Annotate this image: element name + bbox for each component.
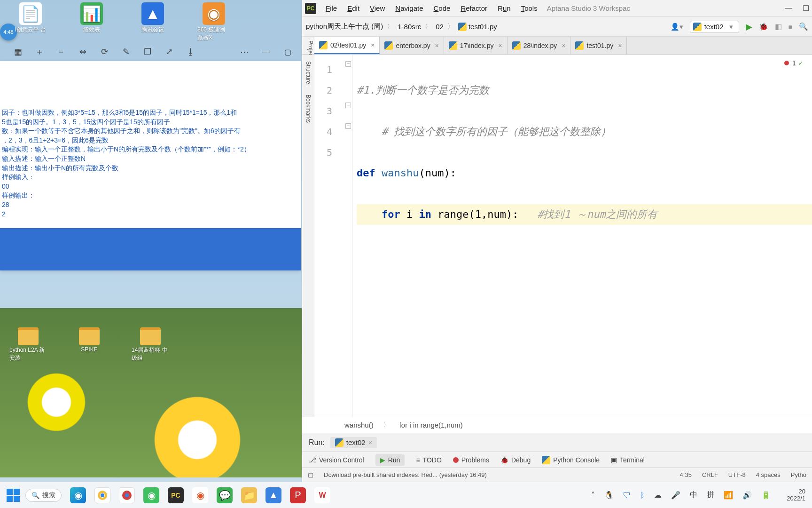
taskbar-app-browser[interactable] bbox=[119, 487, 135, 503]
fold-icon[interactable]: − bbox=[345, 123, 351, 129]
zoom-out-icon[interactable]: － bbox=[55, 46, 67, 57]
minimize-icon[interactable]: — bbox=[260, 46, 272, 57]
close-icon[interactable]: × bbox=[368, 438, 373, 446]
desktop-icon[interactable]: 14届蓝桥杯 中级组 bbox=[132, 327, 169, 362]
debug-button-icon[interactable]: 🐞 bbox=[759, 22, 768, 31]
breadcrumb-item[interactable]: for i in range(1,num) bbox=[399, 421, 463, 429]
terminal-tool-tab[interactable]: ▣Terminal bbox=[611, 456, 645, 464]
breadcrumb-item[interactable]: test01.py bbox=[468, 23, 497, 31]
viewer-toolbar: ▦ ＋ － ⇔ ⟳ ✎ ❐ ⤢ ⭳ ⋯ — ▢ bbox=[5, 42, 301, 61]
todo-tool-tab[interactable]: ≡TODO bbox=[416, 456, 441, 464]
menu-run[interactable]: Run bbox=[493, 2, 515, 14]
menu-navigate[interactable]: Navigate bbox=[390, 2, 428, 14]
breadcrumb-item[interactable]: wanshu() bbox=[344, 421, 374, 429]
search-icon[interactable]: 🔍 bbox=[799, 22, 808, 31]
breadcrumb-item[interactable]: 1-80src bbox=[398, 23, 421, 31]
file-encoding[interactable]: UTF-8 bbox=[728, 471, 746, 478]
grid-icon[interactable]: ▦ bbox=[12, 46, 23, 57]
desktop-icon[interactable]: 📊绩效表 bbox=[75, 2, 108, 42]
menu-view[interactable]: View bbox=[365, 2, 390, 14]
taskbar-app[interactable]: ▲ bbox=[265, 487, 281, 503]
tray-ime2-icon[interactable]: 拼 bbox=[707, 490, 714, 500]
close-icon[interactable]: × bbox=[498, 42, 502, 49]
status-icon[interactable]: ▢ bbox=[308, 471, 313, 478]
close-icon[interactable]: × bbox=[618, 42, 622, 49]
breadcrumb-item[interactable]: python周天上午十点 (周) bbox=[306, 22, 383, 31]
editor-tab[interactable]: 28\index.py× bbox=[508, 37, 571, 54]
window-maximize-icon[interactable]: ☐ bbox=[803, 4, 809, 13]
taskbar-app-explorer[interactable]: 📁 bbox=[241, 487, 257, 503]
taskbar-app-wps[interactable]: W bbox=[314, 487, 330, 503]
run-tool-tab[interactable]: ▶Run bbox=[375, 454, 405, 466]
taskbar-app-360[interactable]: ◉ bbox=[143, 487, 159, 503]
editor-tab[interactable]: 17\index.py× bbox=[444, 37, 508, 54]
rotate-icon[interactable]: ⟳ bbox=[99, 46, 110, 57]
edit-icon[interactable]: ✎ bbox=[120, 46, 132, 57]
tray-ime-icon[interactable]: 中 bbox=[690, 490, 697, 500]
zoom-in-icon[interactable]: ＋ bbox=[34, 46, 45, 57]
run-config-selector[interactable]: text02 bbox=[690, 21, 739, 33]
fit-width-icon[interactable]: ⇔ bbox=[77, 46, 88, 57]
interpreter[interactable]: Pytho bbox=[791, 471, 806, 478]
menu-refactor[interactable]: Refactor bbox=[456, 2, 492, 14]
fold-icon[interactable]: − bbox=[345, 61, 351, 67]
project-tool-tab[interactable]: Project bbox=[302, 37, 314, 54]
desktop-icon[interactable]: 📄i创意云平 台 bbox=[14, 2, 47, 42]
line-separator[interactable]: CRLF bbox=[702, 471, 718, 478]
debug-tool-tab[interactable]: 🐞Debug bbox=[500, 456, 531, 464]
editor-tab[interactable]: enterbox.py× bbox=[380, 37, 444, 54]
taskbar-app-pycharm[interactable]: PC bbox=[168, 487, 184, 503]
more-icon[interactable]: ⋯ bbox=[239, 46, 250, 57]
menu-code[interactable]: Code bbox=[429, 2, 455, 14]
taskbar-app-wechat[interactable]: 💬 bbox=[217, 487, 233, 503]
menu-edit[interactable]: Edit bbox=[343, 2, 364, 14]
tray-volume-icon[interactable]: 🔊 bbox=[742, 491, 752, 500]
close-icon[interactable]: × bbox=[435, 42, 439, 49]
tray-bluetooth-icon[interactable]: ᛒ bbox=[640, 491, 645, 500]
python-console-tool-tab[interactable]: Python Console bbox=[542, 456, 600, 464]
download-icon[interactable]: ⭳ bbox=[185, 46, 196, 57]
indent-setting[interactable]: 4 spaces bbox=[756, 471, 781, 478]
user-icon[interactable]: 👤▾ bbox=[671, 23, 683, 31]
breadcrumb-item[interactable]: 02 bbox=[436, 23, 444, 31]
code-editor[interactable]: 1 ✓ 1 2 3 4 5 − − − #1.判断一个数字是否为完数 # 找到这… bbox=[314, 55, 812, 417]
desktop-icon[interactable]: ◉360 极速浏 览器X bbox=[197, 2, 230, 42]
tray-mic-icon[interactable]: 🎤 bbox=[671, 491, 680, 500]
desktop-icon[interactable]: python L2A 新安装 bbox=[9, 327, 47, 362]
desktop-icon[interactable]: SPIKE bbox=[70, 327, 108, 362]
tray-cloud-icon[interactable]: ☁ bbox=[654, 491, 662, 500]
desktop-icon[interactable]: ▲腾讯会议 bbox=[136, 2, 169, 42]
start-button[interactable] bbox=[7, 489, 20, 502]
tray-clock[interactable]: 20 2022/1 bbox=[787, 488, 805, 502]
tray-battery-icon[interactable]: 🔋 bbox=[761, 491, 771, 500]
structure-tool-tab[interactable]: Structure bbox=[304, 58, 312, 87]
fold-icon[interactable]: − bbox=[345, 103, 351, 108]
taskbar-search[interactable]: 🔍 搜索 bbox=[25, 489, 62, 502]
tray-wifi-icon[interactable]: 📶 bbox=[724, 491, 733, 500]
vcs-tool-tab[interactable]: ⎇Version Control bbox=[309, 456, 364, 464]
tray-shield-icon[interactable]: 🛡 bbox=[623, 491, 631, 500]
caret-position[interactable]: 4:35 bbox=[680, 471, 692, 478]
close-icon[interactable]: × bbox=[562, 42, 565, 49]
taskbar-app[interactable]: P bbox=[290, 487, 306, 503]
editor-tab[interactable]: 02\test01.py× bbox=[314, 37, 380, 54]
taskbar-app-edge[interactable]: ◉ bbox=[70, 487, 86, 503]
bookmarks-tool-tab[interactable]: Bookmarks bbox=[304, 92, 312, 126]
window-minimize-icon[interactable]: — bbox=[785, 4, 792, 13]
stop-icon[interactable]: ■ bbox=[789, 23, 792, 31]
run-tab[interactable]: text02 × bbox=[330, 437, 377, 448]
expand-icon[interactable]: ⤢ bbox=[164, 46, 175, 57]
tray-chevron-icon[interactable]: ˄ bbox=[591, 491, 595, 500]
taskbar-app-chrome[interactable] bbox=[94, 487, 110, 503]
copy-icon[interactable]: ❐ bbox=[142, 46, 153, 57]
close-icon[interactable]: × bbox=[371, 41, 375, 49]
problems-tool-tab[interactable]: Problems bbox=[453, 456, 489, 464]
run-button-icon[interactable]: ▶ bbox=[746, 22, 752, 32]
coverage-icon[interactable]: ◧ bbox=[775, 22, 782, 31]
menu-tools[interactable]: Tools bbox=[516, 2, 542, 14]
tray-qq-icon[interactable]: 🐧 bbox=[604, 491, 614, 500]
maximize-icon[interactable]: ▢ bbox=[282, 46, 293, 57]
editor-tab[interactable]: test01.py× bbox=[570, 37, 627, 54]
taskbar-app-firefox[interactable]: ◉ bbox=[192, 487, 208, 503]
menu-file[interactable]: File bbox=[321, 2, 342, 14]
